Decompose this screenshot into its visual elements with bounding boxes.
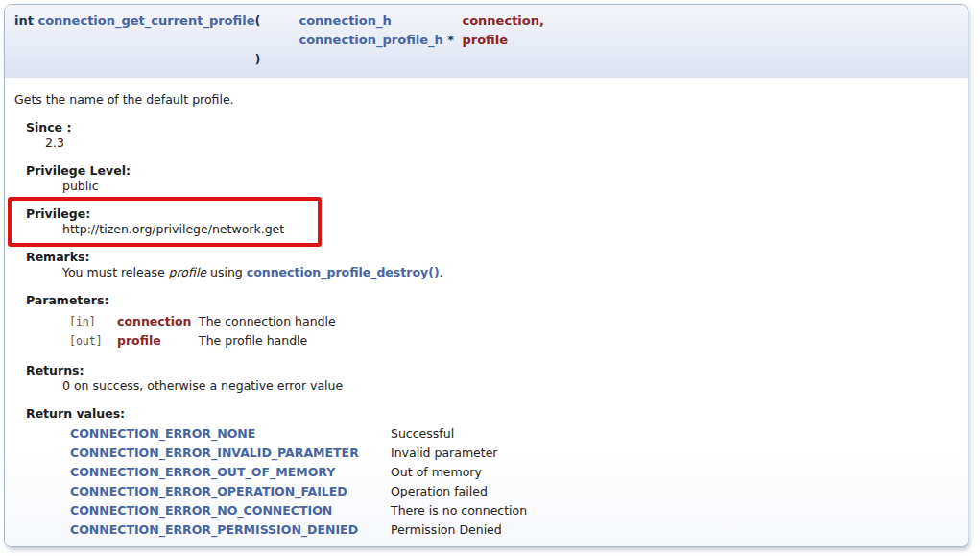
section-privilege-level: Privilege Level: public <box>26 163 958 194</box>
function-name-link[interactable]: connection_get_current_profile <box>37 13 254 28</box>
param-row: [out] profile The profile handle <box>69 331 336 351</box>
error-code-link-permission-denied[interactable]: CONNECTION_ERROR_PERMISSION_DENIED <box>70 522 358 537</box>
destroy-function-link[interactable]: connection_profile_destroy() <box>247 265 440 279</box>
section-return-values: Return values: CONNECTION_ERROR_NONE Suc… <box>26 406 958 540</box>
param-type-cell: connection_profile_h * <box>299 31 462 50</box>
return-type: int <box>14 13 34 28</box>
param-type-link-connection-profile-h[interactable]: connection_profile_h <box>299 33 442 47</box>
since-title: Since : <box>26 120 958 135</box>
error-description: There is no connection <box>391 501 527 520</box>
return-value-row: CONNECTION_ERROR_NONE Successful <box>70 424 527 444</box>
error-description: Successful <box>391 424 527 444</box>
param-name: profile <box>117 331 199 351</box>
function-doc-body: Gets the name of the default profile. Si… <box>5 78 968 547</box>
remarks-emphasis: profile <box>169 265 206 279</box>
param-name: connection <box>117 312 199 331</box>
param-name: connection, <box>462 12 543 31</box>
section-privilege: Privilege: http://tizen.org/privilege/ne… <box>26 206 958 237</box>
param-description: The connection handle <box>199 312 336 331</box>
open-paren: ( <box>254 12 299 31</box>
param-description: The profile handle <box>199 331 336 351</box>
remarks-title: Remarks: <box>26 250 958 265</box>
error-code-link-operation-failed[interactable]: CONNECTION_ERROR_OPERATION_FAILED <box>70 484 347 498</box>
section-parameters: Parameters: [in] connection The connecti… <box>26 293 958 351</box>
return-values-title: Return values: <box>26 406 958 422</box>
return-value-row: CONNECTION_ERROR_PERMISSION_DENIED Permi… <box>70 520 527 540</box>
param-direction: [out] <box>69 331 117 351</box>
error-code-link-invalid-parameter[interactable]: CONNECTION_ERROR_INVALID_PARAMETER <box>70 446 359 460</box>
signature-row-2: connection_profile_h * profile <box>14 31 544 50</box>
param-type-link-connection-h[interactable]: connection_h <box>299 13 391 28</box>
brief-description: Gets the name of the default profile. <box>14 92 958 108</box>
param-type-cell: connection_h <box>299 12 462 31</box>
remarks-text-after: . <box>440 265 443 279</box>
signature-row-3: ) <box>14 50 544 69</box>
error-code-link-no-connection[interactable]: CONNECTION_ERROR_NO_CONNECTION <box>70 503 332 518</box>
param-direction: [in] <box>69 312 117 331</box>
privilege-title: Privilege: <box>26 206 958 222</box>
returns-title: Returns: <box>26 363 958 378</box>
section-remarks: Remarks: You must release profile using … <box>26 250 958 280</box>
privilege-value: http://tizen.org/privilege/network.get <box>62 222 958 237</box>
error-description: Invalid parameter <box>391 444 527 463</box>
error-description: Operation failed <box>391 482 527 501</box>
privilege-level-title: Privilege Level: <box>26 163 958 179</box>
return-value-row: CONNECTION_ERROR_NO_CONNECTION There is … <box>70 501 527 520</box>
privilege-level-value: public <box>62 179 958 194</box>
remarks-text: You must release profile using connectio… <box>62 265 958 280</box>
signature-row-1: int connection_get_current_profile ( con… <box>14 12 544 31</box>
error-description: Permission Denied <box>391 520 527 540</box>
function-doc-card: int connection_get_current_profile ( con… <box>4 4 968 547</box>
close-paren: ) <box>254 50 299 69</box>
function-name-cell: int connection_get_current_profile <box>14 12 254 31</box>
remarks-text-middle: using <box>206 265 247 279</box>
returns-value: 0 on success, otherwise a negative error… <box>62 378 958 394</box>
since-value: 2.3 <box>45 135 958 151</box>
return-value-row: CONNECTION_ERROR_OPERATION_FAILED Operat… <box>70 482 527 501</box>
section-returns: Returns: 0 on success, otherwise a negat… <box>26 363 958 394</box>
parameters-title: Parameters: <box>26 293 958 308</box>
return-values-table: CONNECTION_ERROR_NONE Successful CONNECT… <box>70 424 527 540</box>
section-since: Since : 2.3 <box>26 120 958 151</box>
pointer-star: * <box>447 33 454 47</box>
remarks-text-before: You must release <box>62 265 169 279</box>
parameters-table: [in] connection The connection handle [o… <box>69 312 336 351</box>
function-signature: int connection_get_current_profile ( con… <box>5 5 968 78</box>
signature-table: int connection_get_current_profile ( con… <box>14 12 544 69</box>
return-value-row: CONNECTION_ERROR_INVALID_PARAMETER Inval… <box>70 444 527 463</box>
error-description: Out of memory <box>391 463 527 482</box>
error-code-link-out-of-memory[interactable]: CONNECTION_ERROR_OUT_OF_MEMORY <box>70 465 335 479</box>
error-code-link-none[interactable]: CONNECTION_ERROR_NONE <box>70 426 255 441</box>
return-value-row: CONNECTION_ERROR_OUT_OF_MEMORY Out of me… <box>70 463 527 482</box>
param-name: profile <box>462 31 543 50</box>
param-row: [in] connection The connection handle <box>69 312 336 331</box>
